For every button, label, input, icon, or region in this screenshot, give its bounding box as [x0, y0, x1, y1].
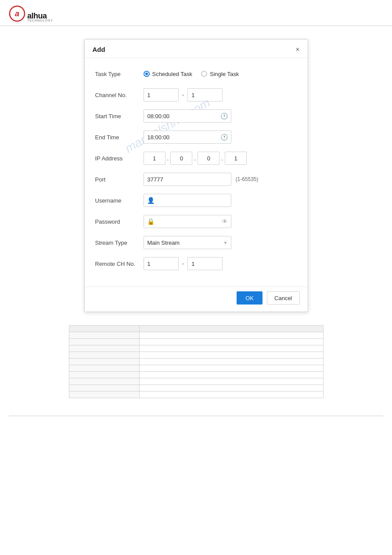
ip-dot-3: . [221, 155, 223, 162]
bottom-rule [9, 416, 383, 416]
ip-oct2-input[interactable] [170, 152, 192, 165]
table-row [69, 385, 323, 392]
ip-row: . . . [144, 152, 247, 165]
dialog-footer: OK Cancel [85, 287, 308, 312]
table-cell-col1 [69, 372, 139, 378]
password-row: Password 🔒 👁 [95, 214, 297, 229]
remote-ch-input-row: - [144, 257, 223, 270]
end-time-label: End Time [95, 134, 144, 141]
port-row: Port (1-65535) [95, 172, 297, 186]
scheduled-task-label: Scheduled Task [152, 71, 193, 77]
task-type-row: Task Type Scheduled Task Single Task [95, 67, 297, 81]
username-input[interactable] [144, 194, 231, 207]
table-cell-col1 [69, 359, 139, 365]
port-hint: (1-65535) [236, 176, 259, 182]
cancel-button[interactable]: Cancel [267, 291, 299, 305]
ok-button[interactable]: OK [237, 291, 263, 305]
table-cell-col1 [69, 385, 139, 392]
remote-ch-label: Remote CH No. [95, 261, 144, 267]
add-dialog: manualshive.com Add × Task Type Schedule… [84, 39, 308, 312]
port-input-row: (1-65535) [144, 173, 259, 186]
main-content: manualshive.com Add × Task Type Schedule… [0, 26, 392, 429]
channel-to-input[interactable] [187, 88, 223, 102]
port-input[interactable] [144, 173, 231, 186]
ip-dot-1: . [167, 155, 169, 162]
table-row [69, 392, 323, 398]
dahua-svg-logo: a [9, 5, 25, 22]
table-cell-col2 [139, 365, 323, 372]
table-row [69, 372, 323, 378]
single-task-option[interactable]: Single Task [201, 71, 239, 77]
table-header-row [69, 326, 323, 332]
start-time-control: 🕐 [144, 109, 297, 123]
single-task-radio[interactable] [201, 71, 207, 77]
table-cell-col2 [139, 339, 323, 345]
remote-ch-to-input[interactable] [187, 257, 223, 270]
stream-type-control: Main Stream Sub Stream Third Stream ▼ [144, 236, 297, 249]
table-cell-col2 [139, 359, 323, 365]
single-task-label: Single Task [210, 71, 239, 77]
channel-no-row: Channel No. - [95, 88, 297, 102]
table-row [69, 332, 323, 339]
table-cell-col1 [69, 352, 139, 359]
table-cell-col2 [139, 378, 323, 385]
end-time-row: End Time 🕐 [95, 130, 297, 144]
stream-type-row: Stream Type Main Stream Sub Stream Third… [95, 236, 297, 250]
table-row [69, 352, 323, 359]
table-row [69, 365, 323, 372]
port-control: (1-65535) [144, 173, 297, 186]
ip-oct4-input[interactable] [225, 152, 247, 165]
ip-address-label: IP Address [95, 155, 144, 162]
logo: a alhua TECHNOLOGY [9, 5, 53, 22]
table-row [69, 359, 323, 365]
channel-no-label: Channel No. [95, 92, 144, 98]
table-row [69, 339, 323, 345]
start-time-wrap: 🕐 [144, 109, 231, 123]
table-cell-col1 [69, 392, 139, 398]
ip-oct1-input[interactable] [144, 152, 165, 165]
dialog-title: Add [93, 46, 105, 53]
dialog-body: Task Type Scheduled Task Single Task [85, 58, 308, 285]
table-cell-col2 [139, 385, 323, 392]
table-cell-col2 [139, 372, 323, 378]
remote-ch-from-input[interactable] [144, 257, 179, 270]
channel-from-input[interactable] [144, 88, 179, 102]
ip-dot-2: . [194, 155, 196, 162]
ip-address-control: . . . [144, 152, 297, 165]
end-time-control: 🕐 [144, 131, 297, 144]
scheduled-task-radio[interactable] [144, 71, 150, 77]
remote-ch-control: - [144, 257, 297, 270]
close-button[interactable]: × [295, 46, 299, 53]
scheduled-task-option[interactable]: Scheduled Task [144, 71, 193, 77]
stream-type-select[interactable]: Main Stream Sub Stream Third Stream [144, 236, 231, 249]
password-input[interactable] [144, 215, 231, 228]
table-cell-col2 [139, 332, 323, 339]
table-cell-col1 [69, 345, 139, 352]
stream-type-label: Stream Type [95, 239, 144, 246]
table-row [69, 378, 323, 385]
eye-icon[interactable]: 👁 [222, 218, 228, 225]
task-type-label: Task Type [95, 71, 144, 77]
password-label: Password [95, 218, 144, 225]
table-cell-col1 [69, 332, 139, 339]
table-col1-header [69, 326, 139, 332]
username-row: Username 👤 [95, 193, 297, 207]
username-label: Username [95, 197, 144, 204]
table-row [69, 345, 323, 352]
start-time-input[interactable] [144, 109, 231, 123]
logo-text-group: alhua TECHNOLOGY [27, 11, 53, 22]
info-table [69, 325, 324, 398]
username-control: 👤 [144, 194, 297, 207]
page-header: a alhua TECHNOLOGY [0, 0, 392, 26]
end-time-input[interactable] [144, 131, 231, 144]
channel-no-control: - [144, 88, 297, 102]
ip-oct3-input[interactable] [198, 152, 219, 165]
table-col2-header [139, 326, 323, 332]
ip-address-row: IP Address . . . [95, 151, 297, 165]
task-type-control: Scheduled Task Single Task [144, 71, 297, 77]
logo-icon: a [9, 5, 25, 22]
table-cell-col2 [139, 392, 323, 398]
dialog-header: Add × [85, 40, 308, 58]
remote-ch-dash: - [182, 260, 184, 267]
start-time-label: Start Time [95, 113, 144, 120]
